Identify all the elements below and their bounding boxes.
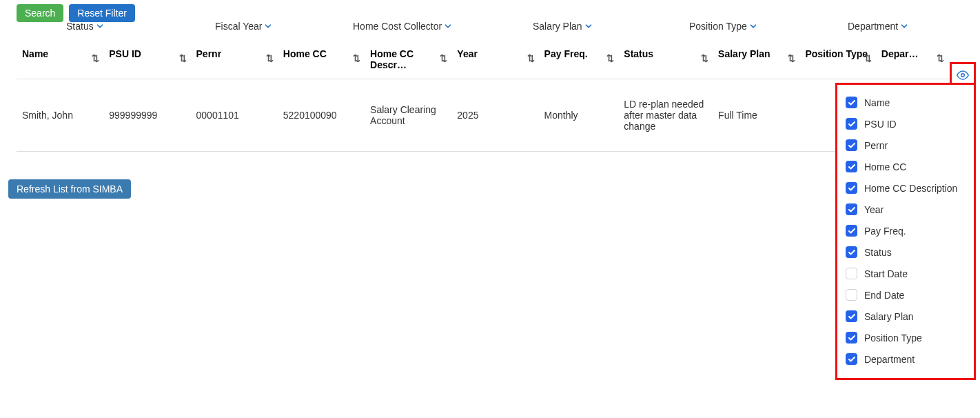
sort-icon[interactable]: ⇅ <box>92 53 99 63</box>
checkbox-checked-icon[interactable] <box>846 97 857 108</box>
filter-row: StatusFiscal YearHome Cost CollectorSala… <box>6 21 974 37</box>
sort-icon[interactable]: ⇅ <box>440 53 447 63</box>
cell-pernr: 00001101 <box>191 79 278 152</box>
column-toggle-label: PSU ID <box>864 119 897 130</box>
chevron-down-icon <box>95 21 105 31</box>
filter-department[interactable]: Department <box>848 21 909 32</box>
column-toggle-label: Pernr <box>864 140 888 151</box>
column-header-pay_freq[interactable]: Pay Freq.⇅ <box>539 37 619 79</box>
column-header-label: Name <box>22 48 48 59</box>
sort-icon[interactable]: ⇅ <box>864 53 872 63</box>
column-header-label: Home CC <box>283 48 327 59</box>
column-toggle-psu-id[interactable]: PSU ID <box>844 113 968 135</box>
column-header-label: PSU ID <box>109 48 141 59</box>
filter-label: Position Type <box>689 21 747 32</box>
column-visibility-toggle-highlight <box>950 62 976 86</box>
column-header-department[interactable]: Depar…⇅ <box>876 37 948 79</box>
filter-label: Department <box>848 21 898 32</box>
filter-label: Fiscal Year <box>215 21 262 32</box>
column-header-year[interactable]: Year⇅ <box>451 37 538 79</box>
column-header-position_type[interactable]: Position Type⇅ <box>799 37 875 79</box>
filter-salary-plan[interactable]: Salary Plan <box>533 21 593 32</box>
column-header-label: Year <box>457 48 478 59</box>
column-toggle-label: Name <box>864 97 890 108</box>
data-table: Name⇅PSU ID⇅Pernr⇅Home CC⇅Home CC Descr…… <box>17 37 974 152</box>
sort-icon[interactable]: ⇅ <box>788 53 795 63</box>
column-header-label: Position Type <box>805 48 868 59</box>
chevron-down-icon <box>263 21 273 31</box>
cell-name: Smith, John <box>17 79 103 152</box>
reset-filter-button[interactable]: Reset Filter <box>69 4 135 22</box>
search-button[interactable]: Search <box>17 4 63 22</box>
column-header-name[interactable]: Name⇅ <box>17 37 103 79</box>
cell-pay_freq: Monthly <box>539 79 619 152</box>
cell-psu_id: 999999999 <box>103 79 190 152</box>
refresh-list-button[interactable]: Refresh List from SIMBA <box>8 179 131 199</box>
column-header-status[interactable]: Status⇅ <box>618 37 713 79</box>
sort-icon[interactable]: ⇅ <box>527 53 535 63</box>
column-header-label: Pay Freq. <box>544 48 588 59</box>
checkbox-checked-icon[interactable] <box>846 139 857 151</box>
chevron-down-icon <box>584 21 593 31</box>
column-toggle-name[interactable]: Name <box>844 92 968 113</box>
sort-icon[interactable]: ⇅ <box>353 53 360 63</box>
cell-home_cc_desc: Salary Clearing Account <box>365 79 451 152</box>
column-header-home_cc[interactable]: Home CC⇅ <box>278 37 365 79</box>
chevron-down-icon <box>748 21 758 31</box>
column-toggle-home-cc[interactable]: Home CC <box>844 156 968 177</box>
cell-status: LD re-plan needed after master data chan… <box>618 79 713 152</box>
sort-icon[interactable]: ⇅ <box>701 53 708 63</box>
column-header-label: Salary Plan <box>718 48 770 59</box>
filter-label: Status <box>66 21 94 32</box>
cell-year: 2025 <box>451 79 538 152</box>
sort-icon[interactable]: ⇅ <box>266 53 274 63</box>
sort-icon[interactable]: ⇅ <box>937 53 944 63</box>
filter-status[interactable]: Status <box>66 21 105 32</box>
column-header-home_cc_desc[interactable]: Home CC Descr…⇅ <box>365 37 451 79</box>
filter-label: Home Cost Collector <box>353 21 442 32</box>
checkbox-checked-icon[interactable] <box>846 161 857 172</box>
cell-salary_plan: Full Time <box>713 79 799 152</box>
column-header-salary_plan[interactable]: Salary Plan⇅ <box>713 37 799 79</box>
eye-icon[interactable] <box>953 67 972 83</box>
column-toggle-label: Home CC <box>864 161 906 172</box>
filter-position-type[interactable]: Position Type <box>689 21 758 32</box>
column-header-label: Home CC Descr… <box>370 48 414 70</box>
column-toggle-pernr[interactable]: Pernr <box>844 135 968 156</box>
sort-icon[interactable]: ⇅ <box>179 53 187 63</box>
column-toggle-label: Home CC Description <box>864 183 957 194</box>
column-header-pernr[interactable]: Pernr⇅ <box>191 37 278 79</box>
checkbox-checked-icon[interactable] <box>846 118 857 130</box>
column-header-label: Pernr <box>196 48 222 59</box>
checkbox-checked-icon[interactable] <box>846 182 857 194</box>
column-visibility-menu[interactable]: NamePSU IDPernrHome CCHome CC Descriptio… <box>835 83 976 199</box>
sort-icon[interactable]: ⇅ <box>606 53 614 63</box>
chevron-down-icon <box>443 21 453 31</box>
column-toggle-home-cc-description[interactable]: Home CC Description <box>844 177 968 199</box>
cell-home_cc: 5220100090 <box>278 79 365 152</box>
table-row[interactable]: Smith, John999999999000011015220100090Sa… <box>17 79 974 152</box>
filter-home-cost-collector[interactable]: Home Cost Collector <box>353 21 453 32</box>
chevron-down-icon <box>899 21 909 31</box>
svg-point-0 <box>961 73 965 77</box>
column-header-label: Depar… <box>881 48 919 59</box>
column-header-label: Status <box>624 48 653 59</box>
filter-label: Salary Plan <box>533 21 582 32</box>
filter-fiscal-year[interactable]: Fiscal Year <box>215 21 273 32</box>
column-header-psu_id[interactable]: PSU ID⇅ <box>103 37 190 79</box>
